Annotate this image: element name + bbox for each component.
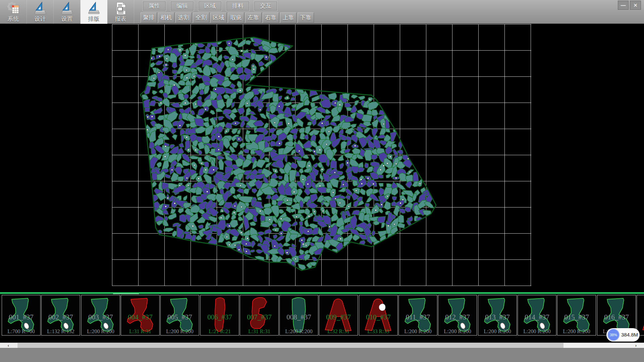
piece-lr-label: L:31 R:31 (240, 328, 278, 335)
module-label: 设置 (54, 15, 80, 23)
scrollbar-thumb[interactable] (17, 343, 564, 348)
tool-snap-bottom[interactable]: 下靠 (298, 12, 314, 23)
menu-tab-interact[interactable]: 交互 (254, 1, 277, 11)
status-bar (0, 348, 644, 362)
menu-tab-nest[interactable]: 排料 (226, 1, 250, 11)
piece-id-label: 003_#37 (82, 313, 120, 321)
strip-accent-line (0, 292, 644, 294)
piece-lr-label: L:32 R:31 (319, 328, 358, 335)
tool-region[interactable]: 区域 (210, 12, 227, 23)
tool-select-cut[interactable]: 选割 (175, 12, 192, 23)
piece-id-label: 017_#37 (637, 313, 644, 321)
strip-item-013_37[interactable]: 013_#37L:200 R:200 (478, 295, 517, 336)
nesting-canvas[interactable] (0, 24, 644, 292)
menu-tab-edit[interactable]: 编辑 (170, 1, 194, 11)
piece-lr-label: L:700 R:700 (2, 328, 40, 335)
nesting-workspace[interactable] (0, 24, 644, 292)
system-gear-icon (6, 1, 20, 15)
tool-cut-all[interactable]: 全割 (193, 12, 209, 23)
module-report[interactable]: 报表 (107, 0, 134, 24)
menu-tab-region[interactable]: 区域 (198, 1, 222, 11)
module-label: 报表 (107, 15, 134, 23)
menu-tab-bar: 属性编辑区域排料交互 (143, 1, 277, 11)
module-label: 排版 (80, 15, 107, 23)
strip-item-006_37[interactable]: 006_#37L:21 R:21 (200, 295, 239, 336)
tool-cluster-nest[interactable]: 聚排 (141, 12, 157, 23)
report-document-icon (114, 1, 128, 15)
strip-item-015_37[interactable]: 015_#37L:200 R:200 (557, 295, 596, 336)
strip-item-012_37[interactable]: 012_#37L:200 R:200 (438, 295, 477, 336)
close-button[interactable]: ✕ (630, 1, 641, 10)
minimize-button[interactable]: — (618, 1, 629, 10)
strip-item-010_37[interactable]: 010_#37L:33 R:33 (359, 295, 398, 336)
tool-button-bar: 聚排相机选割全割区域瑕疵左靠右靠上靠下靠 (141, 12, 314, 23)
scroll-right-arrow-icon[interactable]: › (632, 343, 640, 348)
module-settings[interactable]: 设置 (54, 0, 80, 24)
ribbon-toolbar: 系统设计设置排版报表 属性编辑区域排料交互 聚排相机选割全割区域瑕疵左靠右靠上靠… (0, 0, 644, 24)
piece-thumbnail-strip: 001_#37L:700 R:700002_#37L:132 R:132003_… (0, 294, 644, 343)
piece-id-label: 012_#37 (438, 313, 477, 321)
piece-lr-label: L:200 R:200 (518, 328, 556, 335)
horizontal-scrollbar[interactable]: ‹ › (0, 343, 644, 348)
tool-snap-top[interactable]: 上靠 (280, 12, 297, 23)
strip-item-002_37[interactable]: 002_#37L:132 R:132 (41, 295, 80, 336)
piece-lr-label: L:132 R:132 (42, 328, 80, 335)
piece-id-label: 009_#37 (319, 313, 358, 321)
module-system[interactable]: 系统 (0, 0, 27, 24)
piece-lr-label: L:31 R:31 (121, 328, 159, 335)
strip-item-005_37[interactable]: 005_#37L:200 R:200 (160, 295, 199, 336)
piece-lr-label: L:200 R:200 (280, 328, 318, 335)
piece-id-label: 010_#37 (359, 313, 397, 321)
strip-item-001_37[interactable]: 001_#37L:700 R:700 (2, 295, 41, 336)
set-square-ruler-icon (33, 1, 47, 15)
piece-id-label: 002_#37 (42, 313, 80, 321)
set-square-ruler-icon (60, 1, 74, 15)
memory-badge[interactable]: 38% 384.8M (606, 328, 640, 342)
piece-id-label: 015_#37 (557, 313, 596, 321)
piece-id-label: 008_#37 (280, 313, 318, 321)
piece-id-label: 011_#37 (399, 313, 437, 321)
menu-tab-properties[interactable]: 属性 (143, 1, 166, 11)
piece-id-label: 013_#37 (478, 313, 517, 321)
piece-lr-label: L:21 R:21 (201, 328, 239, 335)
tool-snap-right[interactable]: 右靠 (263, 12, 279, 23)
strip-item-007_37[interactable]: 007_#37L:31 R:31 (240, 295, 279, 336)
strip-item-008_37[interactable]: 008_#37L:200 R:200 (279, 295, 318, 336)
piece-id-label: 004_#37 (121, 313, 159, 321)
piece-id-label: 014_#37 (518, 313, 556, 321)
piece-lr-label: L:200 R:200 (478, 328, 517, 335)
piece-lr-label: L:200 R:200 (557, 328, 596, 335)
piece-lr-label: L:200 R:200 (399, 328, 437, 335)
module-design[interactable]: 设计 (27, 0, 54, 24)
set-square-ruler-icon (87, 1, 101, 15)
module-nesting[interactable]: 排版 (80, 0, 107, 24)
memory-value: 384.8M (621, 328, 638, 342)
piece-lr-label: L:200 R:200 (161, 328, 199, 335)
strip-item-014_37[interactable]: 014_#37L:200 R:200 (518, 295, 556, 336)
piece-id-label: 001_#37 (2, 313, 40, 321)
strip-item-004_37[interactable]: 004_#37L:31 R:31 (121, 295, 160, 336)
piece-id-label: 007_#37 (240, 313, 278, 321)
strip-item-009_37[interactable]: 009_#37L:32 R:31 (319, 295, 358, 336)
strip-item-003_37[interactable]: 003_#37L:200 R:200 (81, 295, 120, 336)
piece-lr-label: L:33 R:33 (359, 328, 397, 335)
piece-id-label: 005_#37 (161, 313, 199, 321)
strip-item-011_37[interactable]: 011_#37L:200 R:200 (398, 295, 437, 336)
piece-lr-label: L:200 R:200 (82, 328, 120, 335)
piece-lr-label: L:200 R:200 (438, 328, 477, 335)
tool-defect[interactable]: 瑕疵 (228, 12, 244, 23)
memory-percent: 38% (607, 329, 620, 341)
scroll-left-arrow-icon[interactable]: ‹ (0, 343, 17, 348)
tool-camera[interactable]: 相机 (158, 12, 174, 23)
tool-snap-left[interactable]: 左靠 (245, 12, 262, 23)
module-label: 设计 (27, 15, 53, 23)
app-window: 系统设计设置排版报表 属性编辑区域排料交互 聚排相机选割全割区域瑕疵左靠右靠上靠… (0, 0, 644, 362)
module-label: 系统 (0, 15, 26, 23)
piece-id-label: 006_#37 (201, 313, 239, 321)
piece-id-label: 016_#37 (597, 313, 636, 321)
